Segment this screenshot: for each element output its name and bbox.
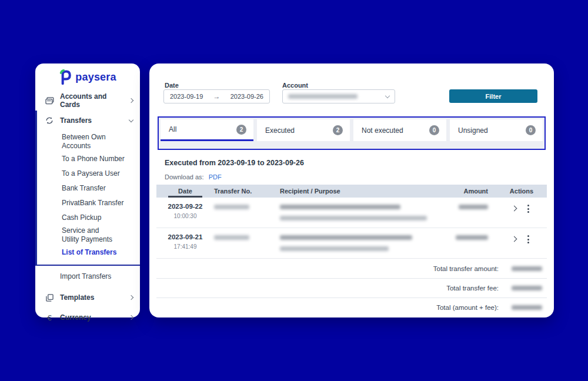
- redacted-total-sum: [512, 305, 542, 310]
- submenu-item-import-transfers[interactable]: Import Transfers: [35, 269, 140, 284]
- sidebar-item-transfers[interactable]: Transfers: [37, 111, 140, 131]
- sidebar-item-label: Templates: [60, 293, 123, 302]
- row-open-chevron-icon[interactable]: [512, 206, 517, 212]
- total-label: Total (amount + fee):: [436, 304, 499, 311]
- results-heading: Executed from 2023-09-19 to 2023-09-26: [165, 159, 304, 167]
- submenu-item-list-of-transfers[interactable]: List of Transfers: [37, 245, 140, 260]
- sidebar-item-templates[interactable]: Templates: [35, 288, 140, 308]
- sidebar-item-label: Transfers: [60, 116, 123, 125]
- submenu-item-to-a-paysera-user[interactable]: To a Paysera User: [37, 166, 140, 181]
- transfer-date: 2023-09-22: [156, 203, 214, 210]
- submenu-item-service-and-utility-payments[interactable]: Service and Utility Payments: [37, 225, 125, 245]
- account-select[interactable]: [282, 89, 395, 103]
- account-field-label: Account: [282, 82, 308, 89]
- redacted-total-amount: [512, 266, 542, 271]
- date-from-value[interactable]: 2023-09-19: [170, 93, 203, 100]
- brand-name: paysera: [75, 71, 116, 83]
- chevron-right-icon: [129, 315, 133, 320]
- count-badge: 2: [333, 125, 343, 135]
- submenu-item-bank-transfer[interactable]: Bank Transfer: [37, 181, 140, 196]
- chevron-right-icon: [129, 295, 133, 300]
- count-badge: 2: [236, 125, 246, 135]
- pdf-download-link[interactable]: PDF: [209, 173, 222, 181]
- row-open-chevron-icon[interactable]: [512, 236, 517, 242]
- tab-label: All: [169, 125, 176, 133]
- tab-not-executed[interactable]: Not executed 0: [353, 119, 446, 141]
- redacted-recipient: [280, 205, 400, 209]
- tab-all[interactable]: All 2: [161, 119, 253, 141]
- table-row[interactable]: 2023-09-21 17:41:49: [156, 228, 547, 259]
- cards-icon: [45, 97, 54, 105]
- sidebar-item-label: Accounts and Cards: [60, 92, 123, 109]
- transfers-panel: Date 2023-09-19 → 2023-09-26 Account Fil…: [149, 63, 554, 317]
- redacted-purpose: [280, 216, 427, 220]
- paysera-logo[interactable]: paysera: [35, 63, 140, 91]
- transfer-time: 17:41:49: [156, 243, 214, 250]
- paysera-logo-icon: [59, 69, 72, 85]
- sidebar: paysera Accounts and Cards Transfers: [35, 63, 140, 317]
- transfers-submenu: Between Own Accounts To a Phone Number T…: [37, 131, 140, 265]
- transfers-sync-icon: [45, 116, 54, 125]
- tab-executed[interactable]: Executed 2: [257, 119, 350, 141]
- chevron-down-icon: [385, 93, 390, 98]
- redacted-transfer-no: [214, 235, 249, 240]
- date-range-input[interactable]: 2023-09-19 → 2023-09-26: [163, 89, 270, 103]
- redacted-purpose: [280, 246, 389, 251]
- row-menu-kebab-icon[interactable]: [526, 235, 531, 244]
- count-badge: 0: [429, 125, 439, 135]
- date-field-label: Date: [165, 82, 179, 89]
- sidebar-item-label: Currency: [60, 313, 123, 322]
- column-header-date[interactable]: Date: [156, 185, 214, 198]
- count-badge: 0: [526, 125, 536, 135]
- redacted-total-fee: [512, 286, 542, 290]
- total-amount-plus-fee-row: Total (amount + fee):: [156, 298, 547, 317]
- column-header-actions: Actions: [496, 188, 547, 195]
- arrow-right-icon: →: [213, 92, 220, 101]
- tab-label: Executed: [265, 126, 295, 135]
- transfers-table: Date Transfer No. Recipient / Purpose Am…: [156, 185, 547, 317]
- tab-unsigned[interactable]: Unsigned 0: [450, 119, 543, 141]
- sidebar-item-currency[interactable]: € Currency: [35, 308, 140, 327]
- filter-button[interactable]: Filter: [449, 89, 537, 103]
- download-label: Download as:: [165, 173, 204, 181]
- row-menu-kebab-icon[interactable]: [526, 204, 531, 213]
- table-row[interactable]: 2023-09-22 10:00:30: [156, 198, 547, 228]
- redacted-amount: [456, 235, 488, 240]
- redacted-account-name: [288, 94, 358, 99]
- total-transfer-amount-row: Total transfer amount:: [156, 259, 547, 278]
- submenu-item-cash-pickup[interactable]: Cash Pickup: [37, 210, 140, 225]
- euro-icon: €: [45, 313, 54, 322]
- date-to-value[interactable]: 2023-09-26: [230, 93, 263, 100]
- transfer-date: 2023-09-21: [156, 233, 214, 240]
- total-transfer-fee-row: Total transfer fee:: [156, 278, 547, 298]
- submenu-item-between-own-accounts[interactable]: Between Own Accounts: [37, 132, 140, 152]
- transfer-time: 10:00:30: [156, 213, 214, 219]
- column-header-amount[interactable]: Amount: [427, 188, 496, 195]
- redacted-transfer-no: [214, 205, 249, 209]
- redacted-recipient: [280, 235, 412, 240]
- tab-label: Not executed: [362, 126, 403, 135]
- redacted-amount: [459, 205, 488, 209]
- submenu-item-to-a-phone-number[interactable]: To a Phone Number: [37, 152, 140, 166]
- sidebar-item-accounts-and-cards[interactable]: Accounts and Cards: [35, 91, 140, 111]
- total-label: Total transfer amount:: [433, 265, 499, 272]
- chevron-down-icon: [129, 117, 133, 122]
- filters-bar: Date 2023-09-19 → 2023-09-26 Account Fil…: [149, 63, 554, 112]
- tab-label: Unsigned: [458, 126, 488, 135]
- submenu-item-privatbank-transfer[interactable]: PrivatBank Transfer: [37, 196, 140, 210]
- templates-copy-icon: [45, 294, 54, 302]
- download-row: Download as:PDF: [165, 173, 222, 181]
- transfers-section: Transfers Between Own Accounts To a Phon…: [35, 111, 140, 266]
- table-header-row: Date Transfer No. Recipient / Purpose Am…: [156, 185, 547, 198]
- status-tabs: All 2 Executed 2 Not executed 0 Unsigned…: [158, 116, 546, 150]
- column-header-transfer-no[interactable]: Transfer No.: [214, 188, 280, 195]
- chevron-right-icon: [129, 98, 133, 103]
- total-label: Total transfer fee:: [446, 285, 499, 292]
- column-header-recipient[interactable]: Recipient / Purpose: [280, 188, 427, 195]
